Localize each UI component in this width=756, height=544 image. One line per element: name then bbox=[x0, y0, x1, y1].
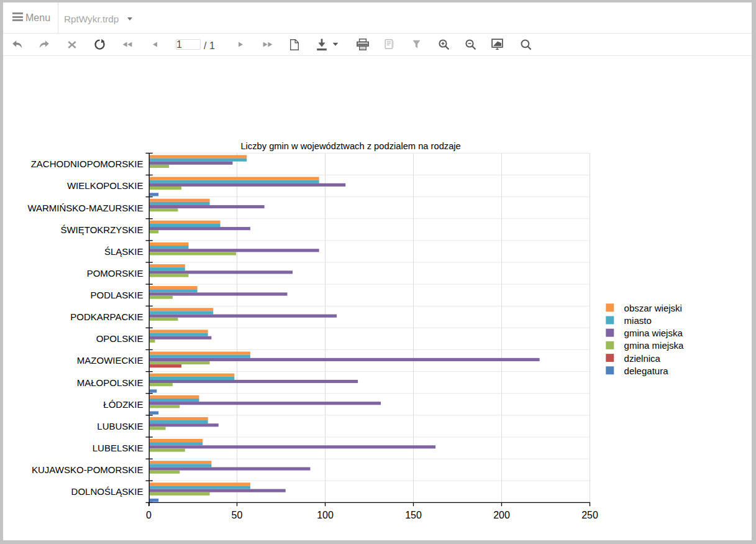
svg-text:200: 200 bbox=[493, 510, 510, 520]
svg-text:miasto: miasto bbox=[624, 315, 652, 326]
svg-text:MAŁOPOLSKIE: MAŁOPOLSKIE bbox=[77, 377, 143, 388]
svg-text:dzielnica: dzielnica bbox=[624, 353, 661, 364]
svg-text:obszar wiejski: obszar wiejski bbox=[624, 303, 682, 313]
svg-text:delegatura: delegatura bbox=[624, 366, 669, 376]
svg-text:ŚLĄSKIE: ŚLĄSKIE bbox=[104, 246, 143, 257]
svg-text:WARMIŃSKO-MAZURSKIE: WARMIŃSKO-MAZURSKIE bbox=[27, 203, 143, 213]
svg-text:250: 250 bbox=[581, 510, 598, 520]
svg-text:ZACHODNIOPOMORSKIE: ZACHODNIOPOMORSKIE bbox=[31, 159, 143, 169]
svg-text:ŁÓDZKIE: ŁÓDZKIE bbox=[103, 399, 143, 410]
svg-text:PODLASKIE: PODLASKIE bbox=[90, 290, 143, 300]
svg-text:POMORSKIE: POMORSKIE bbox=[87, 268, 143, 279]
svg-text:150: 150 bbox=[405, 510, 422, 520]
svg-text:gmina miejska: gmina miejska bbox=[624, 340, 685, 351]
svg-text:ŚWIĘTOKRZYSKIE: ŚWIĘTOKRZYSKIE bbox=[60, 224, 143, 235]
svg-text:MAZOWIECKIE: MAZOWIECKIE bbox=[77, 355, 143, 366]
svg-text:0: 0 bbox=[146, 510, 152, 520]
svg-text:DOLNOŚLĄSKIE: DOLNOŚLĄSKIE bbox=[71, 486, 143, 497]
svg-text:100: 100 bbox=[317, 510, 334, 520]
svg-text:OPOLSKIE: OPOLSKIE bbox=[96, 333, 143, 344]
svg-text:LUBUSKIE: LUBUSKIE bbox=[97, 421, 143, 431]
svg-text:gmina wiejska: gmina wiejska bbox=[624, 328, 683, 338]
svg-text:KUJAWSKO-POMORSKIE: KUJAWSKO-POMORSKIE bbox=[32, 464, 143, 475]
svg-text:50: 50 bbox=[232, 510, 243, 520]
svg-text:WIELKOPOLSKIE: WIELKOPOLSKIE bbox=[67, 180, 143, 191]
svg-text:LUBELSKIE: LUBELSKIE bbox=[93, 443, 143, 453]
svg-text:Liczby gmin w województwach z: Liczby gmin w województwach z podzialem … bbox=[240, 141, 460, 151]
svg-text:PODKARPACKIE: PODKARPACKIE bbox=[70, 311, 143, 322]
